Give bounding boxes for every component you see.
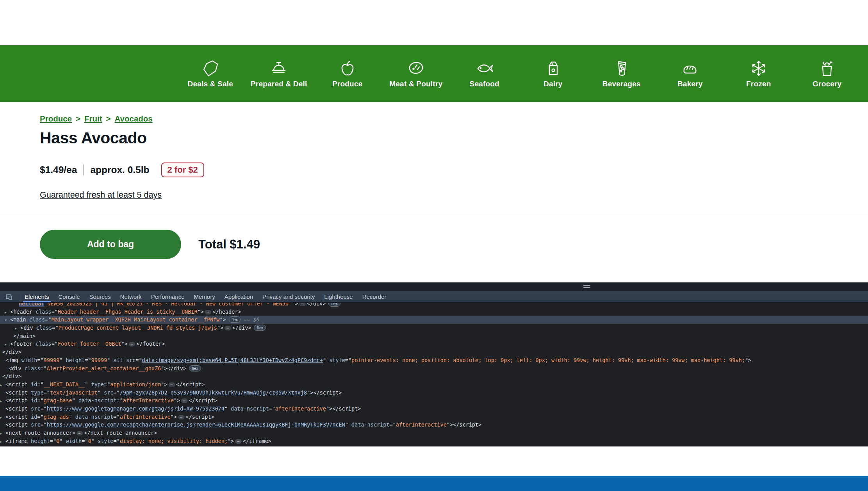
dom-tree-node[interactable]: </div> xyxy=(0,348,868,356)
code-text: </script> xyxy=(176,381,205,387)
devtools-tab-elements[interactable]: Elements xyxy=(20,291,54,302)
dom-tree-node[interactable]: ▸<div class="ProductPage_content_layout_… xyxy=(0,324,868,332)
freshness-link[interactable]: Guaranteed fresh at least 5 days xyxy=(40,190,162,200)
dom-tree-node[interactable]: ▸<script id="gtag-base" data-nscript="af… xyxy=(0,396,868,405)
devtools-tab-privacy-and-security[interactable]: Privacy and security xyxy=(258,291,319,302)
dom-tree-node[interactable]: </div> xyxy=(0,372,868,380)
code-text: src xyxy=(126,357,135,363)
dom-tree-node[interactable]: ▸<iframe height="0" width="0" style="dis… xyxy=(0,437,868,445)
expand-inline-button[interactable]: ⋯ xyxy=(169,382,175,387)
resource-link[interactable]: /9pM-zyxVZ8p7D2_qS3v3/9NOVDhJkXwtLrkVu/H… xyxy=(120,389,307,396)
nav-item-bakery[interactable]: Bakery xyxy=(656,45,725,102)
dom-tree-node[interactable]: ▸<script id="__NEXT_DATA__" type="applic… xyxy=(0,380,868,389)
code-text: </div> xyxy=(2,349,21,355)
resource-link[interactable]: https://www.googletagmanager.com/gtag/js… xyxy=(47,405,225,412)
dom-tree-node[interactable]: ▸<script id="gtag-ads" data-nscript="aft… xyxy=(0,413,868,421)
dom-tree-node[interactable]: <img width="99999" height="99999" alt sr… xyxy=(0,356,868,364)
nav-item-seafood[interactable]: Seafood xyxy=(450,45,519,102)
twisty-icon[interactable]: ▸ xyxy=(15,325,20,333)
code-text: width xyxy=(21,357,37,363)
code-text: " xyxy=(59,357,66,363)
expand-inline-button[interactable]: ⋯ xyxy=(205,310,211,314)
add-to-bag-button[interactable]: Add to bag xyxy=(40,230,181,259)
flex-badge[interactable]: flex xyxy=(229,316,241,323)
nav-item-dairy[interactable]: Dairy xyxy=(519,45,588,102)
devtools-tab-memory[interactable]: Memory xyxy=(189,291,220,302)
twisty-icon[interactable]: ▸ xyxy=(0,397,5,405)
code-text: "> xyxy=(174,397,180,404)
code-text: =" xyxy=(52,341,58,347)
nav-item-label: Deals & Sale xyxy=(188,80,233,88)
nav-item-beverages[interactable]: Beverages xyxy=(587,45,656,102)
code-text: =" xyxy=(37,414,43,420)
dom-tree-node[interactable]: <script type="text/javascript" src="/9pM… xyxy=(0,389,868,397)
devtools-tab-application[interactable]: Application xyxy=(220,291,258,302)
expand-inline-button[interactable]: ⋯ xyxy=(299,303,305,306)
device-toolbar-button[interactable] xyxy=(0,291,18,302)
expand-inline-button[interactable]: ⋯ xyxy=(235,439,241,444)
flex-badge[interactable]: flex xyxy=(189,365,201,371)
devtools-tab-performance[interactable]: Performance xyxy=(146,291,189,302)
flex-badge[interactable]: flex xyxy=(254,325,266,331)
twisty-icon[interactable]: ▸ xyxy=(5,341,10,349)
breadcrumb-link-produce[interactable]: Produce xyxy=(40,114,72,123)
code-text: Header_header__Fhgas Header_is_sticky__U… xyxy=(58,309,198,315)
expand-inline-button[interactable]: ⋯ xyxy=(77,431,83,436)
expand-inline-button[interactable]: ⋯ xyxy=(129,342,135,346)
nav-item-frozen[interactable]: Frozen xyxy=(724,45,793,102)
code-text: "> xyxy=(161,381,167,387)
devtools-resize-handle[interactable] xyxy=(583,285,590,288)
nav-item-produce[interactable]: Produce xyxy=(313,45,382,102)
nav-item-grocery[interactable]: Grocery xyxy=(793,45,862,102)
expand-inline-button[interactable]: ⋯ xyxy=(225,326,231,330)
code-text: 99999 xyxy=(44,357,60,363)
twisty-icon[interactable]: ▸ xyxy=(0,381,5,389)
code-text: "> xyxy=(745,357,751,363)
code-text: "> xyxy=(161,365,167,371)
twisty-icon[interactable]: ▸ xyxy=(0,430,5,438)
resource-link[interactable]: https://www.google.com/recaptcha/enterpr… xyxy=(47,421,345,428)
devtools-tab-network[interactable]: Network xyxy=(116,291,146,302)
code-text: </div> xyxy=(232,325,251,331)
devtools-tab-sources[interactable]: Sources xyxy=(85,291,116,302)
code-text: </iframe> xyxy=(243,438,271,444)
dom-tree-node[interactable]: ▸<header class="Header_header__Fhgas Hea… xyxy=(0,308,868,316)
code-text: "> xyxy=(228,438,234,444)
breadcrumb: Produce>Fruit>Avocados xyxy=(40,114,153,123)
dom-tree-node[interactable]: ▸<next-route-announcer>⋯</next-route-ann… xyxy=(0,429,868,437)
dom-tree-node[interactable]: ▸<footer class="Footer_footer__OGBct">⋯<… xyxy=(0,340,868,348)
flex-badge[interactable]: flex xyxy=(328,303,340,307)
nav-item-label: Dairy xyxy=(544,80,563,88)
dom-tree-node[interactable]: <script src="https://www.google.com/reca… xyxy=(0,421,868,429)
nav-item-meat-poultry[interactable]: Meat & Poultry xyxy=(382,45,451,102)
devtools-tabbar: ElementsConsoleSourcesNetworkPerformance… xyxy=(0,291,868,303)
breadcrumb-link-avocados[interactable]: Avocados xyxy=(115,114,153,123)
dom-tree-node[interactable]: <div class="AlertProvider_alert_containe… xyxy=(0,364,868,373)
expand-inline-button[interactable]: ⋯ xyxy=(178,415,184,420)
dom-tree-node[interactable]: ▾<main class="MainLayout_wrapper__XQF2H … xyxy=(0,316,868,324)
expand-inline-button[interactable]: ⋯ xyxy=(181,398,187,403)
twisty-icon[interactable]: ▸ xyxy=(5,309,10,317)
steak-icon xyxy=(406,59,425,78)
code-text: src xyxy=(31,405,40,412)
dom-tree-node[interactable]: hellobar_NEW50_20230525 | 41 | MK_05/25 … xyxy=(0,303,868,308)
nav-item-label: Frozen xyxy=(746,80,771,88)
code-text: =" xyxy=(345,357,351,363)
code-text: application/json xyxy=(110,381,161,387)
dom-tree-node[interactable]: <script src="https://www.googletagmanage… xyxy=(0,405,868,413)
devtools-tab-lighthouse[interactable]: Lighthouse xyxy=(319,291,357,302)
twisty-icon[interactable]: ▾ xyxy=(5,316,10,325)
code-text: =" xyxy=(37,397,43,404)
breadcrumb-link-fruit[interactable]: Fruit xyxy=(84,114,102,123)
resource-link[interactable]: data:image/svg+xml;base64,P…5Ij48L3JlY3Q… xyxy=(142,357,323,363)
nav-item-prepared-deli[interactable]: Prepared & Deli xyxy=(245,45,314,102)
twisty-icon[interactable]: ▸ xyxy=(0,438,5,446)
nav-item-deals-sale[interactable]: Deals & Sale xyxy=(176,45,245,102)
code-text: style xyxy=(329,357,345,363)
devtools-tab-console[interactable]: Console xyxy=(54,291,85,302)
code-text: " xyxy=(107,357,113,363)
devtools-tab-recorder[interactable]: Recorder xyxy=(358,291,391,302)
twisty-icon[interactable]: ▸ xyxy=(0,414,5,422)
dom-tree-node[interactable]: </main> xyxy=(0,332,868,340)
code-text: type xyxy=(31,389,44,396)
